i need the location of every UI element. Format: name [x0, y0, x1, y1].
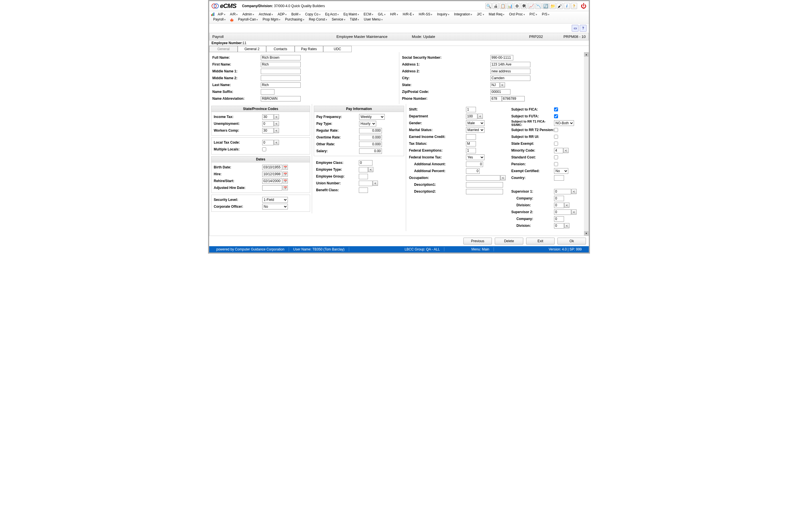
- div2-lookup[interactable]: <: [564, 223, 569, 228]
- addr1-input[interactable]: [491, 62, 530, 67]
- other-input[interactable]: [359, 141, 382, 147]
- previous-button[interactable]: Previous: [463, 238, 492, 245]
- menu-matlreq[interactable]: Matl Req: [487, 12, 507, 17]
- menu-pc[interactable]: P/C: [527, 12, 540, 17]
- class-input[interactable]: [359, 160, 373, 166]
- ot-input[interactable]: [359, 135, 382, 140]
- suffix-input[interactable]: [261, 89, 274, 95]
- menu-ps[interactable]: P/S: [539, 12, 552, 17]
- income-tax-input[interactable]: [262, 114, 273, 120]
- phone-area-input[interactable]: [491, 96, 502, 101]
- addpct-input[interactable]: [466, 168, 480, 174]
- local-tax-lookup[interactable]: <: [274, 140, 279, 145]
- menu-gl[interactable]: G/L: [376, 12, 388, 17]
- rrt2-check[interactable]: [554, 128, 558, 132]
- local-tax-input[interactable]: [262, 140, 273, 145]
- tab-general2[interactable]: General 2: [238, 46, 266, 52]
- tab-pay-rates[interactable]: Pay Rates: [295, 46, 323, 52]
- tab-general[interactable]: General: [209, 46, 238, 52]
- subheader-help-icon[interactable]: ?: [580, 25, 587, 32]
- min-lookup[interactable]: <: [564, 148, 569, 153]
- menu-tm[interactable]: T&M: [348, 17, 362, 22]
- menu-ap[interactable]: A/P: [215, 12, 228, 17]
- menu-payroll[interactable]: Payroll: [211, 17, 228, 22]
- excert-select[interactable]: No: [554, 168, 568, 174]
- menu-ar[interactable]: A/R: [228, 12, 240, 17]
- exit-button[interactable]: Exit: [526, 238, 555, 245]
- menu-hre[interactable]: H/R-E: [400, 12, 416, 17]
- shift-input[interactable]: [466, 107, 476, 112]
- desc2-input[interactable]: [466, 189, 503, 194]
- paytype-select[interactable]: Hourly: [359, 121, 376, 127]
- occ-input[interactable]: [466, 175, 500, 180]
- country-input[interactable]: [554, 175, 564, 180]
- gender-select[interactable]: Male: [466, 120, 484, 126]
- income-tax-lookup[interactable]: <: [274, 114, 279, 119]
- menu-inquiry[interactable]: Inquiry: [435, 12, 452, 17]
- freq-select[interactable]: Weekly: [359, 114, 385, 120]
- futa-check[interactable]: [554, 114, 558, 118]
- menu-archival[interactable]: Archival: [256, 12, 275, 17]
- group-input[interactable]: [359, 174, 368, 179]
- menu-bom[interactable]: BoM: [289, 12, 303, 17]
- toolbar-folder-icon[interactable]: 📁: [550, 3, 556, 9]
- fit-select[interactable]: Yes: [466, 154, 484, 160]
- menu-ecm[interactable]: ECM: [361, 12, 376, 17]
- addr2-input[interactable]: [491, 69, 530, 74]
- scroll-up[interactable]: ▴: [584, 52, 589, 57]
- occ-lookup[interactable]: <: [500, 175, 506, 180]
- hire-input[interactable]: [262, 172, 282, 177]
- std-check[interactable]: [554, 155, 558, 159]
- menu-hrss[interactable]: H/R-SS: [416, 12, 435, 17]
- toolbar-search-icon[interactable]: 🔍: [486, 3, 492, 9]
- toolbar-refresh-icon[interactable]: 🔄: [543, 3, 549, 9]
- dept-input[interactable]: [466, 114, 477, 119]
- eic-input[interactable]: [466, 134, 476, 140]
- tab-udc[interactable]: UDC: [323, 46, 352, 52]
- sup1-lookup[interactable]: <: [571, 189, 576, 194]
- menu-ordproc[interactable]: Ord Proc: [507, 12, 527, 17]
- etype-input[interactable]: [359, 167, 368, 172]
- abbr-input[interactable]: [261, 96, 301, 101]
- adj-hire-datepicker-icon[interactable]: 📅: [283, 185, 288, 190]
- sup2-lookup[interactable]: <: [571, 209, 576, 214]
- power-icon[interactable]: ⏻: [581, 3, 587, 10]
- toolbar-brush-icon[interactable]: 🖌: [557, 3, 563, 9]
- menu-purchasing[interactable]: Purchasing: [283, 17, 307, 22]
- birth-datepicker-icon[interactable]: 📅: [283, 165, 288, 170]
- fica-check[interactable]: [554, 108, 558, 111]
- sal-input[interactable]: [359, 149, 382, 154]
- toolbar-down-icon[interactable]: 📉: [535, 3, 542, 9]
- addamt-input[interactable]: [466, 162, 483, 167]
- wc-input[interactable]: [262, 128, 273, 133]
- unemp-lookup[interactable]: <: [274, 121, 279, 126]
- pension-check[interactable]: [554, 162, 558, 166]
- toolbar-gear-icon[interactable]: ⚙: [514, 3, 520, 9]
- menu-eqacct[interactable]: Eq Acct: [323, 12, 341, 17]
- menu-chart-icon[interactable]: [211, 12, 215, 16]
- menu-admin[interactable]: Admin: [240, 12, 256, 17]
- zip-input[interactable]: [491, 89, 510, 95]
- menu-usermenu[interactable]: User Menu: [361, 17, 385, 22]
- phone-num-input[interactable]: [502, 96, 525, 101]
- toolbar-help-icon[interactable]: ?: [571, 3, 577, 9]
- rrui-check[interactable]: [554, 135, 558, 139]
- menu-propmgm[interactable]: Prop Mgm: [260, 17, 283, 22]
- union-input[interactable]: [359, 180, 373, 186]
- menu-integration[interactable]: Integration: [452, 12, 475, 17]
- union-lookup[interactable]: <: [373, 180, 378, 186]
- div1-lookup[interactable]: <: [564, 203, 569, 208]
- mid2-input[interactable]: [261, 76, 301, 81]
- state-input[interactable]: [491, 82, 500, 88]
- toolbar-tools-icon[interactable]: 🛠: [521, 3, 527, 9]
- menu-eqmaint[interactable]: Eq Maint: [341, 12, 361, 17]
- marital-select[interactable]: Married: [466, 127, 484, 133]
- rrt1-select[interactable]: NO-Both: [554, 120, 574, 126]
- toolbar-info-icon[interactable]: i: [564, 3, 570, 9]
- sup1-input[interactable]: [554, 189, 571, 194]
- menu-hr[interactable]: H/R: [388, 12, 400, 17]
- full-name-input[interactable]: [261, 55, 301, 60]
- hire-datepicker-icon[interactable]: 📅: [283, 172, 288, 177]
- rehire-input[interactable]: [262, 178, 282, 184]
- scroll-down[interactable]: ▾: [584, 231, 589, 236]
